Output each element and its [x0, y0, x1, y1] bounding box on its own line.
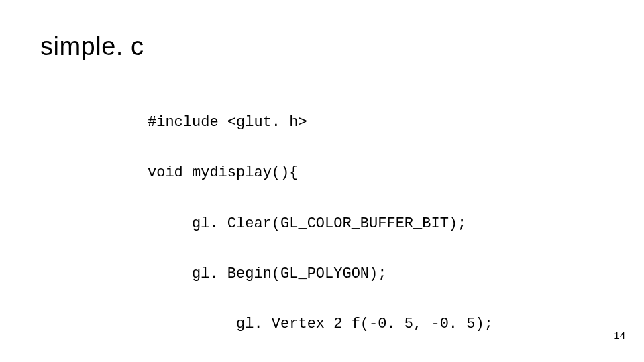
slide: simple. c #include <glut. h> void mydisp… [0, 0, 644, 362]
code-line: #include <glut. h> [148, 114, 493, 131]
code-line: gl. Vertex 2 f(-0. 5, -0. 5); [148, 316, 493, 333]
code-line: gl. Begin(GL_POLYGON); [148, 265, 493, 282]
code-block: #include <glut. h> void mydisplay(){ gl.… [148, 80, 493, 362]
code-line: void mydisplay(){ [148, 164, 493, 181]
page-number: 14 [614, 329, 625, 341]
code-line: gl. Clear(GL_COLOR_BUFFER_BIT); [148, 215, 493, 232]
page-title: simple. c [40, 32, 144, 61]
